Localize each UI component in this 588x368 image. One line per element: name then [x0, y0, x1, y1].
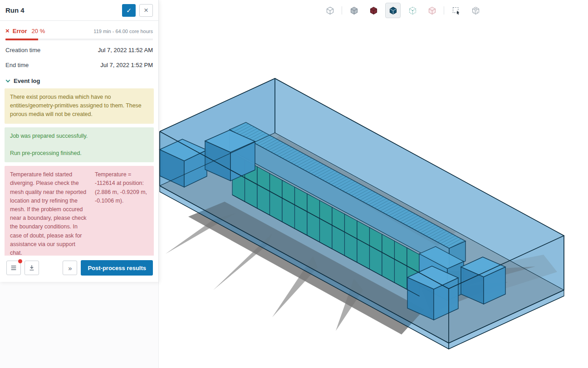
error-x-icon: × — [5, 27, 10, 34]
voxel-cube-icon — [471, 6, 480, 15]
run-title: Run 4 — [5, 6, 122, 14]
event-log-toggle[interactable]: Event log — [0, 77, 158, 88]
toolbar-separator — [342, 6, 342, 15]
end-time-row: End time Jul 7, 2022 1:52 PM — [5, 62, 153, 68]
error-message: Temperature field started diverging. Ple… — [5, 166, 154, 256]
tool-maroon-cube-button[interactable] — [366, 3, 381, 18]
pale-pink-cube-icon — [427, 6, 437, 15]
tool-solid-cube-button[interactable] — [346, 3, 362, 18]
status-meta: 119 min - 64.00 core hours — [93, 29, 153, 34]
end-time-value: Jul 7, 2022 1:52 PM — [100, 62, 153, 68]
panel-underlay — [0, 282, 159, 368]
dotted-teal-cube-icon — [408, 6, 417, 15]
solid-cube-icon — [349, 6, 359, 15]
download-button[interactable] — [24, 261, 39, 275]
confirm-button[interactable]: ✓ — [122, 4, 136, 17]
panel-header: Run 4 ✓ × — [0, 0, 158, 21]
tool-voxel-cube-button[interactable] — [468, 3, 483, 18]
tool-dotted-cube-button[interactable] — [405, 3, 420, 18]
transparent-cube-icon — [325, 6, 335, 15]
creation-time-label: Creation time — [5, 47, 40, 53]
tool-transparent-cube-button[interactable] — [322, 3, 338, 18]
status-label: Error — [13, 28, 27, 34]
tool-box-select-button[interactable] — [448, 3, 464, 18]
status-percent: 20 % — [32, 28, 94, 34]
run-details-panel: Run 4 ✓ × × Error 20 % 119 min - 64.00 c… — [0, 0, 159, 282]
event-log-messages[interactable]: There exist porous media which have no e… — [0, 88, 158, 256]
3d-viewport[interactable] — [159, 0, 588, 368]
tool-pale-cube-button[interactable] — [424, 3, 440, 18]
panel-footer: » Post-process results — [0, 256, 158, 282]
toolbar-separator — [444, 6, 444, 15]
scene-3d-model[interactable] — [159, 0, 588, 368]
close-panel-button[interactable]: × — [139, 4, 153, 17]
run-times-section: Creation time Jul 7, 2022 11:52 AM End t… — [0, 40, 158, 77]
error-message-detail: Temperature = -112614 at position: (2.88… — [95, 170, 148, 256]
event-log-title: Event log — [14, 77, 40, 84]
error-message-text: Temperature field started diverging. Ple… — [10, 170, 88, 256]
success-message: Job was prepared successfully. Run pre-p… — [5, 127, 154, 162]
run-list-button[interactable] — [6, 261, 21, 275]
app-window: Run 4 ✓ × × Error 20 % 119 min - 64.00 c… — [0, 0, 588, 368]
chevron-down-icon — [6, 78, 10, 82]
list-icon — [10, 264, 17, 271]
success-line-2: Run pre-processing finished. — [10, 149, 148, 158]
creation-time-value: Jul 7, 2022 11:52 AM — [98, 47, 153, 53]
success-line-1: Job was prepared successfully. — [10, 132, 148, 140]
tool-selected-cube-button[interactable] — [385, 3, 401, 18]
viewport-toolbar — [322, 3, 483, 18]
creation-time-row: Creation time Jul 7, 2022 11:52 AM — [5, 47, 153, 53]
run-status-section: × Error 20 % 119 min - 64.00 core hours — [0, 21, 158, 40]
notification-dot — [18, 259, 22, 263]
end-time-label: End time — [5, 62, 29, 68]
maroon-cube-icon — [369, 6, 378, 15]
selected-cube-icon — [388, 6, 398, 15]
post-process-results-button[interactable]: Post-process results — [81, 260, 153, 276]
more-actions-button[interactable]: » — [63, 261, 77, 275]
download-icon — [28, 264, 35, 271]
warning-message: There exist porous media which have no e… — [5, 88, 154, 124]
box-select-icon — [451, 6, 461, 15]
